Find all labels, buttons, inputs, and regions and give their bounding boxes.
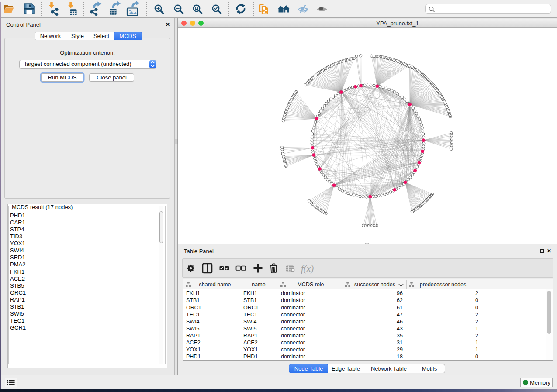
svg-text:f(x): f(x)	[301, 263, 314, 274]
